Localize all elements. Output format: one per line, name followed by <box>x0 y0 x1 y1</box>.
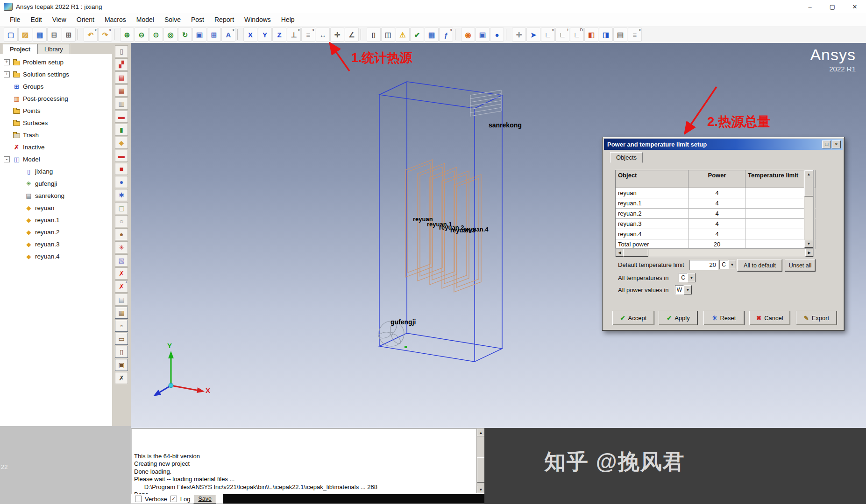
save-icon[interactable]: ▦ <box>33 28 47 42</box>
align-face-icon[interactable]: ⊥ x <box>287 28 301 42</box>
surface-monitor-icon[interactable]: ▭ <box>115 333 128 345</box>
align-center-icon[interactable]: ≡ x <box>301 28 315 42</box>
all-power-unit-dropdown[interactable]: W ▼ <box>675 285 692 294</box>
angle-icon[interactable]: ∠ <box>345 28 359 42</box>
cell-power[interactable]: 4 <box>689 188 745 198</box>
model-3d-icon[interactable]: ◫ <box>381 28 395 42</box>
gear-tool-icon[interactable]: ✱ <box>115 189 128 201</box>
scroll-down-icon[interactable]: ▼ <box>477 486 485 493</box>
tree-item-surfaces[interactable]: Surfaces <box>0 117 112 129</box>
scroll-thumb[interactable] <box>477 457 485 483</box>
scroll-thumb[interactable] <box>804 178 813 196</box>
axis-x-icon[interactable]: X <box>243 28 257 42</box>
zoom-out-icon[interactable]: ⊖ <box>135 28 149 42</box>
new-file-icon[interactable]: ▢ <box>4 28 18 42</box>
dialog-title-bar[interactable]: Power and temperature limit setup ▢✕ <box>604 139 843 150</box>
export-button[interactable]: ✎ Export <box>796 311 837 325</box>
print-preview-icon[interactable]: ⊞ <box>62 28 76 42</box>
copy-object-icon[interactable]: ◧ <box>584 28 598 42</box>
toolbar-icon[interactable] <box>237 29 241 40</box>
summary-table-icon[interactable]: ▦ <box>425 28 439 42</box>
power-temperature-setup-icon[interactable]: ▯ <box>367 28 381 42</box>
tree-item-model[interactable]: - Model <box>0 153 112 165</box>
move-tool-icon[interactable]: ✛ <box>512 28 526 42</box>
tree-item-reyuan[interactable]: reyuan <box>0 202 112 214</box>
menu-item[interactable]: Edit <box>26 14 47 25</box>
menu-item[interactable]: Report <box>209 14 239 25</box>
all-to-default-button[interactable]: All to default <box>737 259 782 272</box>
scroll-up-icon[interactable]: ▲ <box>804 170 813 178</box>
zoom-previous-icon[interactable]: ⊙ <box>149 28 163 42</box>
tree-item-reyuan-2[interactable]: reyuan.2 <box>0 226 112 238</box>
tree-item-post-processing[interactable]: Post-processing <box>0 92 112 105</box>
scroll-right-icon[interactable]: ▶ <box>805 249 813 257</box>
sphere-tool-icon[interactable]: ● <box>115 228 128 240</box>
tree-toggle[interactable]: + <box>4 59 10 65</box>
move-object-icon[interactable]: ◨ <box>599 28 613 42</box>
scroll-left-icon[interactable]: ◀ <box>616 249 624 257</box>
grid-view-icon[interactable]: ⊞ <box>207 28 221 42</box>
apply-button[interactable]: ✔ Apply <box>659 311 698 325</box>
chevron-down-icon[interactable]: ▼ <box>684 285 692 294</box>
tab-objects[interactable]: Objects <box>610 152 643 163</box>
resistance-tool-icon[interactable]: ▬ <box>115 150 128 162</box>
trace-region-icon[interactable]: ▯ <box>115 346 128 358</box>
fan-tool-icon[interactable]: ✳ <box>115 241 128 253</box>
menu-item[interactable]: Macros <box>99 14 131 25</box>
disc-tool-icon[interactable]: ● <box>115 176 128 188</box>
edit-plane-d-icon[interactable]: ∟ D <box>570 28 584 42</box>
axis-y-icon[interactable]: Y <box>258 28 272 42</box>
save-button[interactable]: Save <box>193 495 216 504</box>
globe-icon[interactable]: ● <box>490 28 504 42</box>
tree-item-points[interactable]: Points <box>0 105 112 117</box>
undo-icon[interactable]: ↶ x <box>84 28 98 42</box>
redo-icon[interactable]: ↷ x <box>98 28 112 42</box>
unset-all-button[interactable]: Unset all <box>785 259 816 272</box>
tree-item-reyuan-1[interactable]: reyuan.1 <box>0 214 112 226</box>
point-monitor-icon[interactable]: ▫ <box>115 320 128 332</box>
annotation-text-icon[interactable]: A x <box>221 28 235 42</box>
cell-power[interactable]: 4 <box>689 229 745 239</box>
tree-item-inactive[interactable]: Inactive <box>0 141 112 153</box>
front-view-icon[interactable]: ▣ <box>192 28 206 42</box>
tree-toggle[interactable]: - <box>4 156 10 162</box>
zoom-in-icon[interactable]: ⊕ <box>120 28 134 42</box>
assembly-tool-icon[interactable]: ▞ <box>115 58 128 70</box>
rotate-view-icon[interactable]: ↻ <box>178 28 192 42</box>
open-folder-icon[interactable]: ▨ <box>18 28 32 42</box>
preferences-icon[interactable]: ≡ x <box>628 28 642 42</box>
reset-button[interactable]: ✳ Reset <box>703 311 745 325</box>
default-temp-unit-dropdown[interactable]: C ▼ <box>719 260 736 269</box>
enclosure-tool-icon[interactable]: ▮ <box>115 124 128 136</box>
tree-item-solution-settings[interactable]: + Solution settings <box>0 68 112 80</box>
measure-icon[interactable]: ↔ <box>316 28 330 42</box>
menu-item[interactable]: View <box>47 14 71 25</box>
delete-object-icon[interactable]: ✗ <box>115 267 128 280</box>
snap-icon[interactable]: ✛ <box>330 28 344 42</box>
maximize-button[interactable]: ▢ <box>821 0 844 13</box>
copy-sheet-icon[interactable]: ▤ <box>115 294 128 306</box>
opening-tool-icon[interactable]: ▥ <box>115 98 128 110</box>
tab-library[interactable]: Library <box>37 44 70 54</box>
toolbar-icon[interactable] <box>455 29 459 40</box>
tree-item-gufengji[interactable]: gufengji <box>0 177 112 189</box>
axis-z-icon[interactable]: Z <box>272 28 286 42</box>
source-tool-icon[interactable]: ◆ <box>115 137 128 149</box>
menu-item[interactable]: Model <box>131 14 159 25</box>
console-scrollbar[interactable]: ▲ ▼ <box>476 428 485 493</box>
cylinder-tool-icon[interactable]: ○ <box>115 215 128 227</box>
menu-item[interactable]: Orient <box>71 14 99 25</box>
dialog-maximize-button[interactable]: ▢ <box>822 140 831 148</box>
chevron-down-icon[interactable]: ▼ <box>728 260 736 269</box>
table-horizontal-scrollbar[interactable]: ◀ ▶ <box>615 248 814 257</box>
scroll-up-icon[interactable]: ▲ <box>477 429 485 436</box>
edit-plane-x-icon[interactable]: ∟ x <box>541 28 555 42</box>
orbit-icon[interactable]: ◉ <box>461 28 475 42</box>
cancel-button[interactable]: ✖ Cancel <box>749 311 790 325</box>
tree-item-trash[interactable]: Trash <box>0 129 112 141</box>
default-temp-input[interactable]: 20 <box>689 260 718 270</box>
scroll-thumb-h[interactable] <box>623 249 648 257</box>
close-button[interactable]: ✕ <box>844 0 866 13</box>
function-fx-icon[interactable]: ƒ x <box>439 28 453 42</box>
dialog-close-button[interactable]: ✕ <box>832 140 841 148</box>
